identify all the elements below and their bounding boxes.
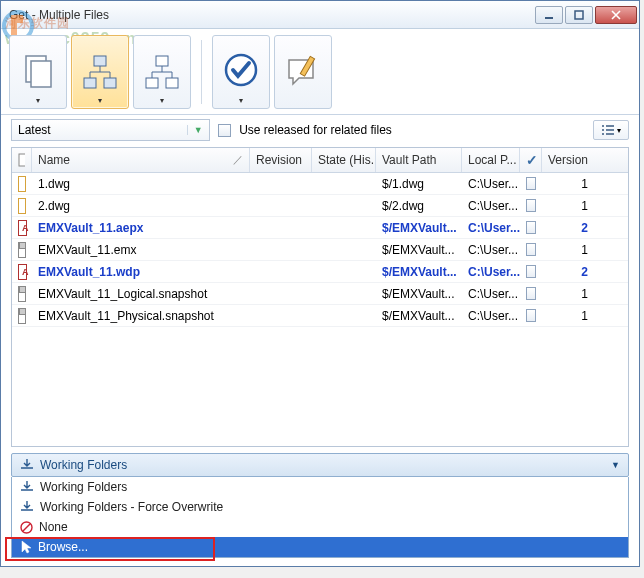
- download-folder-icon: [20, 501, 34, 513]
- window-title: Get - Multiple Files: [9, 8, 533, 22]
- row-checkbox[interactable]: [520, 177, 542, 190]
- row-vault-path: $/EMXVault...: [376, 243, 462, 257]
- col-check[interactable]: [520, 148, 542, 172]
- prohibit-icon: [20, 521, 33, 534]
- row-name: EMXVault_11.wdp: [32, 265, 250, 279]
- close-button[interactable]: [595, 6, 637, 24]
- row-local-path: C:\User...: [462, 265, 520, 279]
- dropdown-arrow-icon: ▾: [36, 96, 40, 105]
- ribbon-copy-stack[interactable]: ▾: [9, 35, 67, 109]
- row-vault-path: $/EMXVault...: [376, 265, 462, 279]
- col-name[interactable]: Name／: [32, 148, 250, 172]
- row-local-path: C:\User...: [462, 309, 520, 323]
- dest-opt-force-overwrite[interactable]: Working Folders - Force Overwrite: [12, 497, 628, 517]
- file-icon: [18, 153, 25, 167]
- row-version: 1: [542, 243, 602, 257]
- row-version: 1: [542, 287, 602, 301]
- table-row[interactable]: EMXVault_11_Logical.snapshot$/EMXVault..…: [12, 283, 628, 305]
- dest-opt-browse[interactable]: Browse...: [12, 537, 628, 557]
- row-checkbox[interactable]: [520, 221, 542, 234]
- destination-dropdown[interactable]: Working Folders ▼: [11, 453, 629, 477]
- row-icon: [12, 242, 32, 258]
- file-grid: Name／ Revision State (His... Vault Path …: [11, 147, 629, 447]
- table-row[interactable]: EMXVault_11_Physical.snapshot$/EMXVault.…: [12, 305, 628, 327]
- grid-header: Name／ Revision State (His... Vault Path …: [12, 148, 628, 173]
- svg-rect-13: [19, 154, 25, 166]
- dropdown-arrow-icon: ▾: [239, 96, 243, 105]
- table-row[interactable]: EMXVault_11.aepx$/EMXVault...C:\User...2: [12, 217, 628, 239]
- row-checkbox[interactable]: [520, 309, 542, 322]
- dialog-window: Get - Multiple Files 河东软件园 www.pc0359.cn…: [0, 0, 640, 567]
- ribbon-org-chart-1[interactable]: ▾: [71, 35, 129, 109]
- svg-rect-4: [31, 61, 51, 87]
- row-name: EMXVault_11_Logical.snapshot: [32, 287, 250, 301]
- row-icon: [12, 264, 32, 280]
- col-icon[interactable]: [12, 148, 32, 172]
- documents-stack-icon: [20, 52, 56, 92]
- svg-rect-1: [575, 11, 583, 19]
- row-name: EMXVault_11.aepx: [32, 221, 250, 235]
- cursor-icon: [20, 540, 32, 554]
- hierarchy-icon: [80, 52, 120, 92]
- destination-selected: Working Folders: [40, 458, 127, 472]
- row-version: 1: [542, 177, 602, 191]
- svg-rect-10: [166, 78, 178, 88]
- footer-panel: Working Folders ▼ Working Folders Workin…: [11, 453, 629, 558]
- ribbon-org-chart-2[interactable]: ▾: [133, 35, 191, 109]
- combo-value: Latest: [18, 123, 51, 137]
- row-local-path: C:\User...: [462, 221, 520, 235]
- minimize-button[interactable]: [535, 6, 563, 24]
- row-version: 2: [542, 221, 602, 235]
- released-checkbox[interactable]: [218, 124, 231, 137]
- dest-opt-working-folders[interactable]: Working Folders: [12, 477, 628, 497]
- dest-opt-none[interactable]: None: [12, 517, 628, 537]
- grid-body: 1.dwg$/1.dwgC:\User...12.dwg$/2.dwgC:\Us…: [12, 173, 628, 446]
- svg-rect-9: [146, 78, 158, 88]
- row-vault-path: $/1.dwg: [376, 177, 462, 191]
- ribbon-note-edit[interactable]: [274, 35, 332, 109]
- chevron-down-icon: ▼: [187, 125, 203, 135]
- row-checkbox[interactable]: [520, 199, 542, 212]
- row-local-path: C:\User...: [462, 243, 520, 257]
- destination-dropdown-list: Working Folders Working Folders - Force …: [11, 477, 629, 558]
- col-state[interactable]: State (His...: [312, 148, 376, 172]
- row-checkbox[interactable]: [520, 243, 542, 256]
- row-name: 2.dwg: [32, 199, 250, 213]
- svg-rect-8: [156, 56, 168, 66]
- maximize-button[interactable]: [565, 6, 593, 24]
- row-vault-path: $/EMXVault...: [376, 221, 462, 235]
- title-bar: Get - Multiple Files: [1, 1, 639, 29]
- col-local-path[interactable]: Local P...: [462, 148, 520, 172]
- list-options-button[interactable]: ▾: [593, 120, 629, 140]
- ribbon-check-shield[interactable]: ▾: [212, 35, 270, 109]
- table-row[interactable]: EMXVault_11.emx$/EMXVault...C:\User...1: [12, 239, 628, 261]
- download-folder-icon: [20, 459, 34, 471]
- row-checkbox[interactable]: [520, 265, 542, 278]
- col-version[interactable]: Version: [542, 148, 602, 172]
- row-vault-path: $/2.dwg: [376, 199, 462, 213]
- download-folder-icon: [20, 481, 34, 493]
- released-label: Use released for related files: [239, 123, 392, 137]
- col-vault-path[interactable]: Vault Path: [376, 148, 462, 172]
- row-name: EMXVault_11.emx: [32, 243, 250, 257]
- row-icon: [12, 220, 32, 236]
- table-row[interactable]: 1.dwg$/1.dwgC:\User...1: [12, 173, 628, 195]
- dropdown-arrow-icon: ▾: [98, 96, 102, 105]
- row-icon: [12, 198, 32, 214]
- row-icon: [12, 176, 32, 192]
- row-checkbox[interactable]: [520, 287, 542, 300]
- row-version: 1: [542, 309, 602, 323]
- ribbon-separator: [201, 40, 202, 104]
- comment-edit-icon: [283, 52, 323, 92]
- svg-rect-7: [104, 78, 116, 88]
- row-version: 2: [542, 265, 602, 279]
- hierarchy-alt-icon: [142, 52, 182, 92]
- row-vault-path: $/EMXVault...: [376, 287, 462, 301]
- version-filter-combo[interactable]: Latest ▼: [11, 119, 210, 141]
- table-row[interactable]: EMXVault_11.wdp$/EMXVault...C:\User...2: [12, 261, 628, 283]
- table-row[interactable]: 2.dwg$/2.dwgC:\User...1: [12, 195, 628, 217]
- row-vault-path: $/EMXVault...: [376, 309, 462, 323]
- filter-bar: Latest ▼ Use released for related files …: [1, 115, 639, 145]
- col-revision[interactable]: Revision: [250, 148, 312, 172]
- svg-rect-5: [94, 56, 106, 66]
